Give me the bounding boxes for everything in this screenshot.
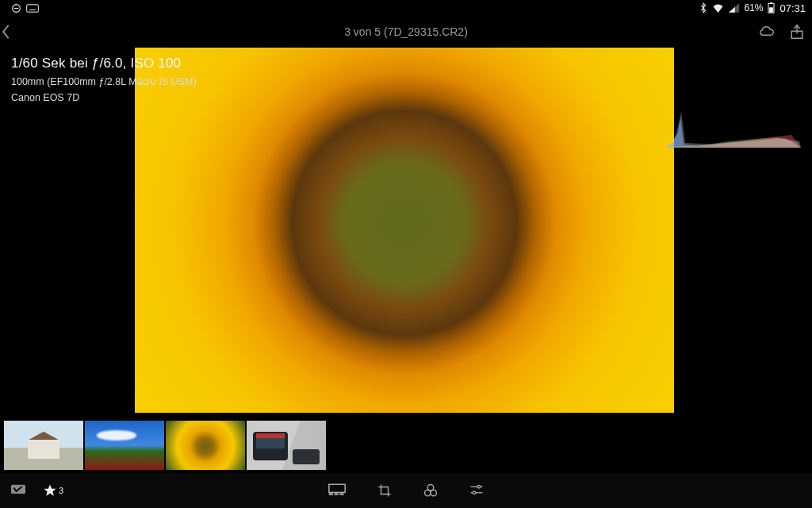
svg-rect-16 xyxy=(335,493,339,495)
android-status-bar: 61% 07:31 xyxy=(0,0,812,16)
exif-exposure: 1/60 Sek bei ƒ/6.0, ISO 100 xyxy=(11,56,197,71)
share-button[interactable] xyxy=(790,24,804,40)
svg-rect-2 xyxy=(27,4,39,11)
battery-percent: 61% xyxy=(744,2,763,13)
battery-icon xyxy=(768,2,775,13)
back-button[interactable] xyxy=(0,23,32,40)
svg-point-19 xyxy=(425,490,431,496)
exif-camera: Canon EOS 7D xyxy=(11,92,197,103)
wifi-icon xyxy=(712,3,724,13)
filmstrip xyxy=(4,421,808,470)
star-rating-value: 3 xyxy=(59,486,63,495)
svg-point-22 xyxy=(477,486,480,488)
presets-button[interactable] xyxy=(423,483,438,498)
crop-button[interactable] xyxy=(377,483,392,498)
svg-rect-14 xyxy=(329,484,345,492)
histogram[interactable] xyxy=(666,102,801,149)
cloud-sync-icon[interactable] xyxy=(758,24,776,40)
svg-point-24 xyxy=(473,491,475,494)
svg-rect-15 xyxy=(329,493,333,495)
keyboard-icon xyxy=(26,4,39,13)
clock: 07:31 xyxy=(779,2,806,14)
photo-counter-title: 3 von 5 (7D_29315.CR2) xyxy=(0,25,812,38)
svg-point-20 xyxy=(431,490,437,496)
thumb-1[interactable] xyxy=(4,421,83,470)
adjust-sliders-button[interactable] xyxy=(469,483,484,498)
thumb-4[interactable] xyxy=(247,421,326,470)
app-top-bar: 3 von 5 (7D_29315.CR2) xyxy=(0,16,812,48)
exif-lens: 100mm (EF100mm ƒ/2.8L Macro IS USM) xyxy=(11,76,197,87)
thumb-3[interactable] xyxy=(166,421,245,470)
svg-rect-17 xyxy=(339,493,343,495)
svg-rect-10 xyxy=(770,7,774,13)
star-rating-button[interactable]: 3 xyxy=(43,483,63,498)
do-not-disturb-icon xyxy=(11,3,21,13)
exif-overlay: 1/60 Sek bei ƒ/6.0, ISO 100 100mm (EF100… xyxy=(11,56,197,103)
bluetooth-icon xyxy=(699,2,707,13)
bottom-toolbar: 3 xyxy=(0,473,812,508)
thumb-2[interactable] xyxy=(85,421,164,470)
signal-icon xyxy=(729,3,739,13)
layout-filmstrip-button[interactable] xyxy=(328,483,346,498)
flag-pick-button[interactable] xyxy=(11,484,25,497)
photo-image: (function(){ var host=document.currentSc… xyxy=(135,48,674,413)
